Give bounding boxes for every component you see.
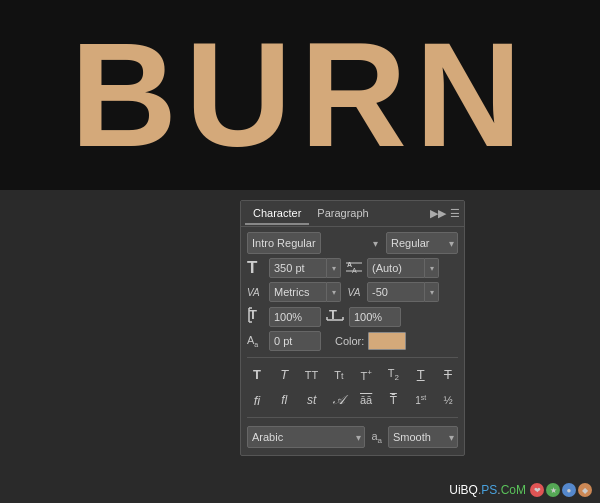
- kerning-icon: VA: [247, 287, 265, 298]
- fi-ligature-button[interactable]: fi: [247, 392, 267, 409]
- panel-tabs: Character Paragraph ▶▶ ☰: [241, 201, 464, 227]
- wm-icon-3: ●: [562, 483, 576, 497]
- burn-text: BURN: [70, 21, 530, 169]
- underline-button[interactable]: T: [411, 366, 431, 383]
- smooth-select[interactable]: Smooth: [388, 426, 458, 448]
- wm-icon-2: ★: [546, 483, 560, 497]
- leading-dropdown[interactable]: ▾: [425, 258, 439, 278]
- menu-icon[interactable]: ☰: [450, 207, 460, 220]
- kerning-select[interactable]: [269, 282, 327, 302]
- color-swatch[interactable]: [368, 332, 406, 350]
- strikethrough-button[interactable]: T: [438, 366, 458, 383]
- swash-button[interactable]: 𝒜: [329, 391, 349, 409]
- character-panel: Character Paragraph ▶▶ ☰ Intro Regular: [240, 200, 465, 456]
- leading-input-group: ▾: [367, 258, 439, 278]
- hscale-input[interactable]: [349, 307, 401, 327]
- canvas-area: BURN: [0, 0, 600, 190]
- bold-button[interactable]: T: [247, 366, 267, 383]
- hscale-icon: T: [325, 306, 345, 327]
- watermark: UiBQ.PS.CoM ❤ ★ ● ◆: [449, 483, 592, 497]
- language-select-wrap: Arabic: [247, 426, 365, 448]
- leading-icon: A A: [345, 259, 363, 278]
- tab-character[interactable]: Character: [245, 203, 309, 225]
- typography-row-2: fi ﬂ st 𝒜 āā T̄ 1st ½: [247, 389, 458, 411]
- allcaps-button[interactable]: TT: [302, 368, 322, 382]
- ordinal-button[interactable]: āā: [356, 393, 376, 407]
- kerning-dropdown[interactable]: ▾: [327, 282, 341, 302]
- fl-ligature-button[interactable]: ﬂ: [274, 392, 294, 408]
- baseline-icon: Aa: [247, 334, 265, 348]
- panel-body: Intro Regular Regular T ▾ A: [241, 227, 464, 455]
- panel-area: Character Paragraph ▶▶ ☰ Intro Regular: [0, 190, 600, 503]
- svg-text:T: T: [249, 307, 257, 322]
- tab-paragraph[interactable]: Paragraph: [309, 203, 376, 225]
- discretionary-button[interactable]: T̄: [383, 393, 403, 408]
- fractions-button[interactable]: ½: [438, 393, 458, 407]
- typography-row-1: T T TT Tt T+ T2 T T: [247, 364, 458, 385]
- leading-input[interactable]: [367, 258, 425, 278]
- size-icon: T: [247, 258, 265, 278]
- superscript-button[interactable]: T+: [356, 367, 376, 383]
- tracking-input[interactable]: [367, 282, 425, 302]
- vscale-input[interactable]: [269, 307, 321, 327]
- smallcaps-button[interactable]: Tt: [329, 368, 349, 382]
- language-antialias-row: Arabic aa Smooth: [247, 424, 458, 450]
- wm-icon-4: ◆: [578, 483, 592, 497]
- size-dropdown[interactable]: ▾: [327, 258, 341, 278]
- superior-button[interactable]: 1st: [411, 393, 431, 407]
- kerning-tracking-row: VA ▾ VA ▾: [247, 282, 458, 302]
- divider-2: [247, 417, 458, 418]
- tracking-icon: VA: [345, 287, 363, 298]
- watermark-icons: ❤ ★ ● ◆: [530, 483, 592, 497]
- panel-menu-icons: ▶▶ ☰: [430, 207, 460, 220]
- font-row: Intro Regular Regular: [247, 232, 458, 254]
- wm-icon-1: ❤: [530, 483, 544, 497]
- antialias-label: aa: [371, 430, 382, 445]
- font-style-select[interactable]: Regular: [386, 232, 458, 254]
- font-family-select[interactable]: Intro Regular: [247, 232, 321, 254]
- subscript-button[interactable]: T2: [383, 366, 403, 383]
- kerning-input-group: ▾: [269, 282, 341, 302]
- divider-1: [247, 357, 458, 358]
- font-family-wrap: Intro Regular: [247, 232, 382, 254]
- tracking-dropdown[interactable]: ▾: [425, 282, 439, 302]
- watermark-text: UiBQ.PS.CoM: [449, 483, 526, 497]
- font-style-wrap: Regular: [386, 232, 458, 254]
- size-input-group: ▾: [269, 258, 341, 278]
- language-select[interactable]: Arabic: [247, 426, 365, 448]
- vscale-icon: T: [247, 306, 265, 327]
- tracking-input-group: ▾: [367, 282, 439, 302]
- smooth-select-wrap: Smooth: [388, 426, 458, 448]
- forward-icon[interactable]: ▶▶: [430, 207, 446, 220]
- italic-button[interactable]: T: [274, 366, 294, 383]
- scale-row: T T: [247, 306, 458, 327]
- st-ligature-button[interactable]: st: [302, 392, 322, 408]
- baseline-color-row: Aa Color:: [247, 331, 458, 351]
- size-input[interactable]: [269, 258, 327, 278]
- baseline-input[interactable]: [269, 331, 321, 351]
- size-leading-row: T ▾ A A ▾: [247, 258, 458, 278]
- color-label: Color:: [335, 335, 364, 347]
